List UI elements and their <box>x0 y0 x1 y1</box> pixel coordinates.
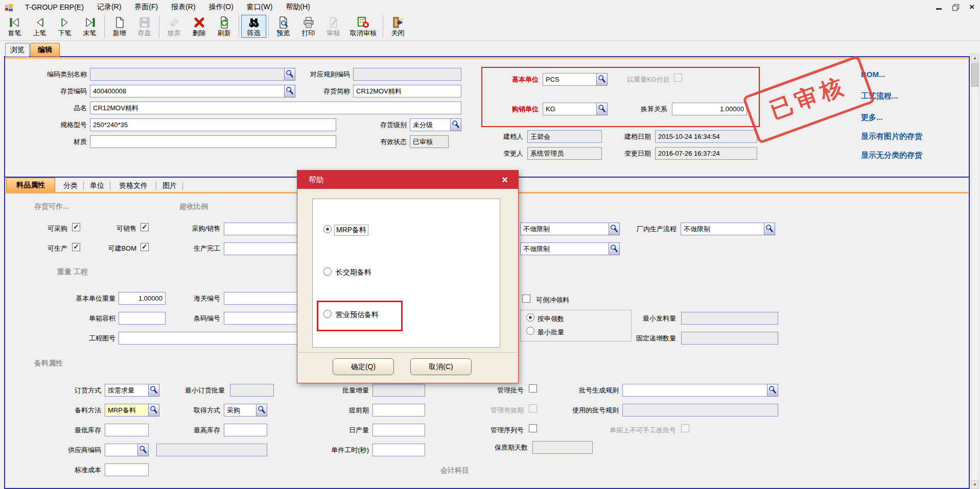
daily-output-input[interactable] <box>372 424 425 436</box>
filter-button[interactable]: 筛选 <box>241 15 266 38</box>
order-mode-lookup-button[interactable] <box>148 384 159 397</box>
batch-increment-input[interactable] <box>372 384 425 397</box>
long-leadtime-radio[interactable] <box>323 267 332 276</box>
minimize-icon[interactable] <box>935 3 943 11</box>
box-volume-input[interactable] <box>119 312 166 325</box>
cancel-button[interactable]: 取消(C) <box>410 358 472 375</box>
material-input[interactable] <box>90 135 336 148</box>
first-record-button[interactable]: 首笔 <box>2 15 27 38</box>
scroll-up-icon[interactable] <box>971 54 979 62</box>
audit-button[interactable]: 审核 <box>321 15 346 38</box>
prev-record-button[interactable]: 上笔 <box>27 15 52 38</box>
backflush-checkbox[interactable] <box>522 295 530 303</box>
drawing-no-input[interactable] <box>119 332 298 345</box>
code-category-lookup-button[interactable] <box>284 68 295 81</box>
inventory-code-lookup-button[interactable] <box>284 85 295 97</box>
by-applied-label: 按申领数 <box>538 314 584 323</box>
tab-edit[interactable]: 编辑 <box>30 43 60 57</box>
can-make-checkbox[interactable] <box>72 243 80 251</box>
ok-button[interactable]: 确定(Q) <box>333 358 394 375</box>
menu-interface[interactable]: 界面(F) <box>128 1 165 14</box>
inventory-level-lookup-button[interactable] <box>450 118 461 131</box>
manage-expiry-checkbox[interactable] <box>529 404 537 412</box>
limit2-dropdown[interactable]: 不做限制 <box>520 242 620 255</box>
by-applied-radio[interactable] <box>526 313 534 322</box>
fixed-increment-input[interactable] <box>681 332 778 345</box>
unit-hours-input[interactable] <box>372 444 425 456</box>
next-record-button[interactable]: 下笔 <box>52 15 77 38</box>
scrollbar-thumb[interactable] <box>971 63 978 87</box>
obtain-mode-lookup-button[interactable] <box>256 404 267 417</box>
subtab-picture[interactable]: 图片 <box>158 179 181 192</box>
shelf-days-input[interactable] <box>532 441 593 454</box>
delete-button[interactable]: 删除 <box>186 15 212 38</box>
subtab-item-attributes[interactable]: 料品属性 <box>6 178 55 192</box>
print-button[interactable]: 打印 <box>296 15 321 38</box>
factory-flow-dropdown[interactable]: 不做限制 <box>681 223 775 235</box>
rule-code-input[interactable] <box>353 68 461 81</box>
inventory-abbr-input[interactable]: CR12MOV精料 <box>353 85 461 97</box>
preview-button[interactable]: 预览 <box>271 15 296 38</box>
scroll-down-icon[interactable] <box>971 480 979 489</box>
link-show-with-images[interactable]: 显示有图片的存货 <box>861 132 922 141</box>
mrp-backup-radio[interactable] <box>323 225 332 233</box>
min-issue-input[interactable] <box>681 312 778 325</box>
no-manual-batch-checkbox[interactable] <box>681 424 689 432</box>
backup-method-lookup-button[interactable] <box>148 404 159 417</box>
manage-batch-checkbox[interactable] <box>529 384 537 393</box>
save-button[interactable]: 存盘 <box>132 15 157 38</box>
limit2-lookup-button[interactable] <box>609 242 620 255</box>
max-stock-input[interactable] <box>224 424 267 436</box>
min-stock-input[interactable] <box>105 424 149 436</box>
lead-time-input[interactable] <box>372 404 425 417</box>
can-bom-checkbox[interactable] <box>141 243 149 251</box>
inventory-code-input[interactable]: 400400008 <box>90 85 295 97</box>
last-record-button[interactable]: 末笔 <box>77 15 102 38</box>
by-min-batch-radio[interactable] <box>526 327 534 335</box>
tab-browse[interactable]: 浏览 <box>5 43 30 57</box>
batch-rule-input[interactable] <box>622 384 778 397</box>
factory-flow-lookup-button[interactable] <box>764 223 775 235</box>
link-show-unclassified[interactable]: 显示无分类的存货 <box>861 151 922 160</box>
batch-rule-lookup-button[interactable] <box>767 384 778 397</box>
mrp-backup-option-label[interactable]: MRP备料 <box>335 225 368 235</box>
long-leadtime-option-label[interactable]: 长交期备料 <box>336 268 371 277</box>
new-button[interactable]: 新增 <box>107 15 132 38</box>
restore-icon[interactable] <box>951 3 960 11</box>
buy-sell-ratio-input[interactable] <box>224 223 298 235</box>
dialog-close-icon[interactable]: × <box>499 174 511 186</box>
close-button[interactable]: 关闭 <box>385 15 410 38</box>
close-window-icon[interactable]: × <box>968 3 976 11</box>
can-sell-checkbox[interactable] <box>141 223 149 231</box>
menu-window[interactable]: 窗口(W) <box>240 1 279 14</box>
subtab-classification[interactable]: 分类 <box>59 179 82 192</box>
refresh-button[interactable]: 刷新 <box>212 15 237 38</box>
manage-serial-checkbox[interactable] <box>529 424 537 432</box>
menu-record[interactable]: 记录(R) <box>90 1 128 14</box>
std-cost-input[interactable] <box>105 463 149 476</box>
subtab-qualification[interactable]: 资格文件 <box>112 179 154 192</box>
production-done-input[interactable] <box>224 242 298 255</box>
link-more[interactable]: 更多... <box>861 113 883 123</box>
menu-tgroup-erp[interactable]: T-GROUP ERP(E) <box>18 1 90 13</box>
spec-input[interactable]: 250*240*35 <box>90 118 336 131</box>
cancel-audit-button[interactable]: 取消审核 <box>346 15 381 38</box>
batch-rule-label: 批号生成规则 <box>564 386 619 395</box>
customs-code-input[interactable] <box>224 292 298 305</box>
product-name-input[interactable]: CR12MOV精料 <box>90 102 461 114</box>
subtab-unit[interactable]: 单位 <box>86 179 108 192</box>
vertical-scrollbar[interactable] <box>971 54 979 489</box>
discard-button[interactable]: 放弃 <box>161 15 186 38</box>
menu-report[interactable]: 报表(R) <box>165 1 202 14</box>
min-order-input[interactable] <box>230 384 274 397</box>
supplier-code-lookup-button[interactable] <box>137 444 149 456</box>
limit1-lookup-button[interactable] <box>609 223 620 235</box>
code-category-input[interactable] <box>90 68 295 81</box>
can-buy-checkbox[interactable] <box>72 223 80 231</box>
base-weight-input[interactable]: 1.00000 <box>119 292 166 305</box>
limit1-dropdown[interactable]: 不做限制 <box>520 223 620 235</box>
menu-help[interactable]: 帮助(H) <box>279 1 316 14</box>
used-batch-rule-input[interactable] <box>622 404 778 417</box>
menu-operation[interactable]: 操作(O) <box>202 1 240 14</box>
barcode-input[interactable] <box>224 312 298 325</box>
